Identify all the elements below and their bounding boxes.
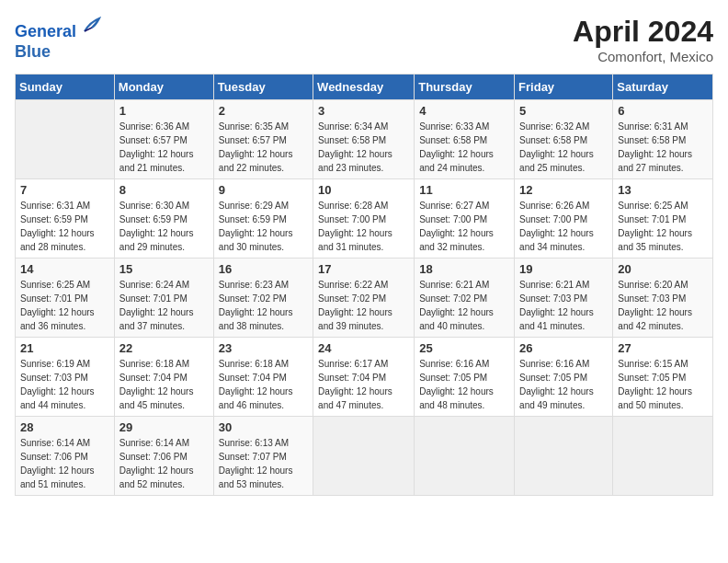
calendar-cell: 28Sunrise: 6:14 AMSunset: 7:06 PMDayligh… (16, 417, 115, 496)
calendar-cell: 3Sunrise: 6:34 AMSunset: 6:58 PMDaylight… (313, 100, 415, 179)
calendar-cell: 26Sunrise: 6:16 AMSunset: 7:05 PMDayligh… (515, 338, 613, 417)
day-info: Sunrise: 6:28 AMSunset: 7:00 PMDaylight:… (318, 199, 409, 254)
calendar-cell: 16Sunrise: 6:23 AMSunset: 7:02 PMDayligh… (213, 259, 313, 338)
calendar-cell: 29Sunrise: 6:14 AMSunset: 7:06 PMDayligh… (114, 417, 213, 496)
day-number: 22 (119, 341, 209, 355)
calendar-cell: 14Sunrise: 6:25 AMSunset: 7:01 PMDayligh… (16, 259, 115, 338)
header-monday: Monday (114, 75, 213, 100)
calendar-cell: 15Sunrise: 6:24 AMSunset: 7:01 PMDayligh… (114, 259, 213, 338)
day-info: Sunrise: 6:16 AMSunset: 7:05 PMDaylight:… (419, 357, 509, 412)
day-info: Sunrise: 6:32 AMSunset: 6:58 PMDaylight:… (519, 120, 608, 175)
logo-text2: Blue (15, 42, 101, 63)
calendar-cell: 9Sunrise: 6:29 AMSunset: 6:59 PMDaylight… (213, 179, 313, 259)
day-number: 6 (618, 104, 708, 118)
logo: General Blue (15, 15, 101, 62)
calendar-cell: 1Sunrise: 6:36 AMSunset: 6:57 PMDaylight… (114, 100, 213, 179)
location: Comonfort, Mexico (573, 49, 713, 64)
calendar-cell: 21Sunrise: 6:19 AMSunset: 7:03 PMDayligh… (16, 338, 115, 417)
calendar-cell: 5Sunrise: 6:32 AMSunset: 6:58 PMDaylight… (515, 100, 613, 179)
week-row-2: 7Sunrise: 6:31 AMSunset: 6:59 PMDaylight… (16, 179, 713, 259)
week-row-1: 1Sunrise: 6:36 AMSunset: 6:57 PMDaylight… (16, 100, 713, 179)
header: General Blue April 2024 Comonfort, Mexic… (15, 15, 713, 64)
day-info: Sunrise: 6:14 AMSunset: 7:06 PMDaylight:… (119, 436, 209, 491)
day-number: 12 (519, 183, 608, 197)
week-row-3: 14Sunrise: 6:25 AMSunset: 7:01 PMDayligh… (16, 259, 713, 338)
day-info: Sunrise: 6:16 AMSunset: 7:05 PMDaylight:… (519, 357, 608, 412)
calendar-cell: 10Sunrise: 6:28 AMSunset: 7:00 PMDayligh… (313, 179, 415, 259)
day-number: 1 (119, 104, 209, 118)
calendar-cell: 17Sunrise: 6:22 AMSunset: 7:02 PMDayligh… (313, 259, 415, 338)
day-number: 16 (219, 262, 308, 276)
calendar-cell: 6Sunrise: 6:31 AMSunset: 6:58 PMDaylight… (613, 100, 713, 179)
day-number: 15 (119, 262, 209, 276)
calendar-cell: 30Sunrise: 6:13 AMSunset: 7:07 PMDayligh… (213, 417, 313, 496)
day-number: 29 (119, 420, 209, 434)
calendar-cell: 27Sunrise: 6:15 AMSunset: 7:05 PMDayligh… (613, 338, 713, 417)
day-number: 11 (419, 183, 509, 197)
day-info: Sunrise: 6:15 AMSunset: 7:05 PMDaylight:… (618, 357, 708, 412)
calendar-cell: 18Sunrise: 6:21 AMSunset: 7:02 PMDayligh… (415, 259, 515, 338)
header-tuesday: Tuesday (213, 75, 313, 100)
title-area: April 2024 Comonfort, Mexico (573, 15, 713, 64)
calendar-cell (415, 417, 515, 496)
day-info: Sunrise: 6:19 AMSunset: 7:03 PMDaylight:… (20, 357, 109, 412)
calendar-cell: 13Sunrise: 6:25 AMSunset: 7:01 PMDayligh… (613, 179, 713, 259)
header-sunday: Sunday (16, 75, 115, 100)
day-number: 19 (519, 262, 608, 276)
calendar-cell: 12Sunrise: 6:26 AMSunset: 7:00 PMDayligh… (515, 179, 613, 259)
day-number: 26 (519, 341, 608, 355)
day-info: Sunrise: 6:21 AMSunset: 7:03 PMDaylight:… (519, 278, 608, 333)
calendar-cell: 4Sunrise: 6:33 AMSunset: 6:58 PMDaylight… (415, 100, 515, 179)
day-number: 20 (618, 262, 708, 276)
calendar-cell: 11Sunrise: 6:27 AMSunset: 7:00 PMDayligh… (415, 179, 515, 259)
day-info: Sunrise: 6:21 AMSunset: 7:02 PMDaylight:… (419, 278, 509, 333)
day-info: Sunrise: 6:31 AMSunset: 6:58 PMDaylight:… (618, 120, 708, 175)
week-row-4: 21Sunrise: 6:19 AMSunset: 7:03 PMDayligh… (16, 338, 713, 417)
calendar-cell: 8Sunrise: 6:30 AMSunset: 6:59 PMDaylight… (114, 179, 213, 259)
day-info: Sunrise: 6:13 AMSunset: 7:07 PMDaylight:… (219, 436, 308, 491)
calendar-cell: 23Sunrise: 6:18 AMSunset: 7:04 PMDayligh… (213, 338, 313, 417)
calendar-cell: 7Sunrise: 6:31 AMSunset: 6:59 PMDaylight… (16, 179, 115, 259)
day-number: 18 (419, 262, 509, 276)
day-number: 7 (20, 183, 109, 197)
header-saturday: Saturday (613, 75, 713, 100)
day-info: Sunrise: 6:25 AMSunset: 7:01 PMDaylight:… (20, 278, 109, 333)
logo-text: General (15, 15, 101, 42)
calendar-cell: 19Sunrise: 6:21 AMSunset: 7:03 PMDayligh… (515, 259, 613, 338)
calendar-cell (515, 417, 613, 496)
day-number: 27 (618, 341, 708, 355)
day-number: 13 (618, 183, 708, 197)
day-number: 23 (219, 341, 308, 355)
day-number: 8 (119, 183, 209, 197)
day-info: Sunrise: 6:23 AMSunset: 7:02 PMDaylight:… (219, 278, 308, 333)
week-row-5: 28Sunrise: 6:14 AMSunset: 7:06 PMDayligh… (16, 417, 713, 496)
day-info: Sunrise: 6:14 AMSunset: 7:06 PMDaylight:… (20, 436, 109, 491)
day-info: Sunrise: 6:34 AMSunset: 6:58 PMDaylight:… (318, 120, 409, 175)
calendar-cell (613, 417, 713, 496)
day-info: Sunrise: 6:35 AMSunset: 6:57 PMDaylight:… (219, 120, 308, 175)
day-info: Sunrise: 6:24 AMSunset: 7:01 PMDaylight:… (119, 278, 209, 333)
day-info: Sunrise: 6:17 AMSunset: 7:04 PMDaylight:… (318, 357, 409, 412)
calendar-table: SundayMondayTuesdayWednesdayThursdayFrid… (15, 74, 713, 496)
calendar-cell: 24Sunrise: 6:17 AMSunset: 7:04 PMDayligh… (313, 338, 415, 417)
day-info: Sunrise: 6:29 AMSunset: 6:59 PMDaylight:… (219, 199, 308, 254)
day-number: 17 (318, 262, 409, 276)
day-info: Sunrise: 6:22 AMSunset: 7:02 PMDaylight:… (318, 278, 409, 333)
day-number: 14 (20, 262, 109, 276)
calendar-cell (16, 100, 115, 179)
header-wednesday: Wednesday (313, 75, 415, 100)
logo-bird-icon (83, 15, 101, 37)
day-number: 10 (318, 183, 409, 197)
day-info: Sunrise: 6:25 AMSunset: 7:01 PMDaylight:… (618, 199, 708, 254)
day-number: 5 (519, 104, 608, 118)
calendar-header-row: SundayMondayTuesdayWednesdayThursdayFrid… (16, 75, 713, 100)
day-info: Sunrise: 6:27 AMSunset: 7:00 PMDaylight:… (419, 199, 509, 254)
header-friday: Friday (515, 75, 613, 100)
day-number: 30 (219, 420, 308, 434)
day-number: 2 (219, 104, 308, 118)
day-info: Sunrise: 6:20 AMSunset: 7:03 PMDaylight:… (618, 278, 708, 333)
day-info: Sunrise: 6:30 AMSunset: 6:59 PMDaylight:… (119, 199, 209, 254)
day-info: Sunrise: 6:18 AMSunset: 7:04 PMDaylight:… (119, 357, 209, 412)
calendar-cell: 25Sunrise: 6:16 AMSunset: 7:05 PMDayligh… (415, 338, 515, 417)
day-number: 24 (318, 341, 409, 355)
